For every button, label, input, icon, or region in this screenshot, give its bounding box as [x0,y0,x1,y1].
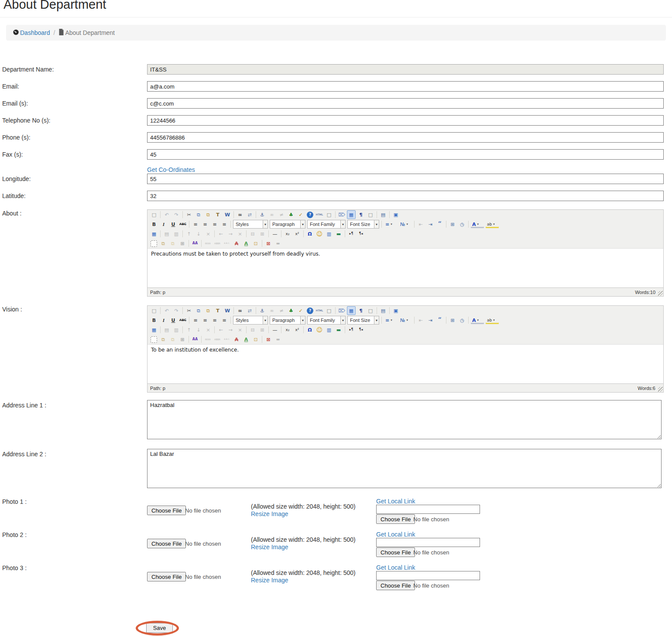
deletion-icon[interactable]: A [232,239,241,248]
paste-as-text-icon[interactable]: T [213,306,222,315]
align-justify-icon[interactable]: ≡ [220,316,229,325]
insert-table-icon[interactable]: ▦ [150,229,158,238]
photo-3-resize-image-link[interactable]: Resize Image [251,577,288,584]
deletion-icon[interactable]: A [232,335,241,344]
strikethrough-icon[interactable]: ABC [178,316,187,325]
telephone-input[interactable] [147,115,664,126]
subscript-icon[interactable]: x₂ [283,325,292,334]
visual-aid-icon[interactable]: ▦ [347,306,356,315]
photo-3-get-local-link[interactable]: Get Local Link [376,564,415,571]
advanced-hr-icon[interactable]: ▬ [334,325,343,334]
background-color-icon[interactable]: ab▾ [485,316,499,325]
insert-date-icon[interactable]: ⊞ [448,316,457,325]
rtl-icon[interactable]: ¶◂ [357,229,365,238]
cut-icon[interactable]: ✂ [185,306,193,315]
special-character-icon[interactable]: Ω [305,325,314,334]
style-properties-icon[interactable]: AA [191,239,199,248]
photo-1-choose-file-button[interactable]: Choose File [147,506,186,515]
insert-time-icon[interactable]: ◷ [458,316,466,325]
html-source-icon[interactable]: HTML [315,306,324,315]
indent-icon[interactable]: ⇥ [426,220,435,229]
preview-icon[interactable]: □ [325,210,333,219]
about-editor-content[interactable]: Precautions must be taken to protect you… [147,248,663,287]
text-color-icon[interactable]: A▾ [470,220,484,229]
insertion-icon[interactable]: A [242,239,250,248]
photo-1-local-link-input[interactable] [376,505,480,514]
bullet-list-icon[interactable]: ≡▾ [384,316,398,325]
emoticons-icon[interactable]: ☺ [315,325,324,334]
special-character-icon[interactable]: Ω [305,229,314,238]
photo-1-resize-image-link[interactable]: Resize Image [251,510,288,517]
find-icon[interactable]: ∞ [236,210,244,219]
photo-1-local-choose-file-button[interactable]: Choose File [376,514,415,524]
fullscreen-icon[interactable]: ▣ [391,210,400,219]
paste-from-word-icon[interactable]: W [223,306,232,315]
remove-formatting-icon[interactable]: ⌦ [337,210,346,219]
cleanup-code-icon[interactable]: ✓ [296,306,305,315]
copy-icon[interactable]: ⧉ [194,210,203,219]
insert-image-icon[interactable]: ♣ [287,210,295,219]
copy-icon[interactable]: ⧉ [194,306,203,315]
insert-layer-icon[interactable]: ⊞ [178,239,187,248]
insert-table-icon[interactable]: ▦ [150,325,158,334]
paste-icon[interactable]: ⧉ [204,306,213,315]
fax-input[interactable] [147,149,664,160]
photo-3-local-choose-file-button[interactable]: Choose File [376,581,415,590]
photo-2-get-local-link[interactable]: Get Local Link [376,531,415,538]
html-source-icon[interactable]: HTML [315,210,324,219]
address-line-2-textarea[interactable] [147,449,662,488]
horizontal-rule-icon[interactable]: — [271,325,279,334]
phone-input[interactable] [147,132,664,143]
insert-media-icon[interactable]: ▥ [325,229,333,238]
paragraph-select[interactable]: Paragraph▾ [270,316,305,325]
preview-page-icon[interactable]: □ [366,210,375,219]
advanced-hr-icon[interactable]: ▬ [334,229,343,238]
cleanup-code-icon[interactable]: ✓ [296,210,305,219]
cut-icon[interactable]: ✂ [185,210,193,219]
preview-page-icon[interactable]: □ [366,306,375,315]
font-family-select[interactable]: Font Family▾ [307,316,346,325]
email-input[interactable] [147,81,664,92]
indent-icon[interactable]: ⇥ [426,316,435,325]
insert-date-icon[interactable]: ⊞ [448,220,457,229]
visual-characters-icon[interactable]: ⊠ [264,239,273,248]
align-center-icon[interactable]: ≡ [201,316,209,325]
new-document-icon[interactable]: □ [150,306,158,315]
align-center-icon[interactable]: ≡ [201,220,209,229]
fullscreen-icon[interactable]: ▣ [391,306,400,315]
blockquote-icon[interactable]: “ [435,220,444,229]
department-name-input[interactable] [147,64,664,75]
anchor-icon[interactable]: ⚓ [258,306,267,315]
align-right-icon[interactable]: ≡ [210,220,219,229]
superscript-icon[interactable]: x² [293,325,302,334]
paste-from-word-icon[interactable]: W [223,210,232,219]
new-document-icon[interactable]: □ [150,210,158,219]
font-size-select[interactable]: Font Size▾ [347,220,379,229]
photo-3-local-link-input[interactable] [376,571,480,580]
align-left-icon[interactable]: ≡ [191,316,200,325]
photo-2-choose-file-button[interactable]: Choose File [147,539,186,548]
visual-characters-icon[interactable]: ⊠ [264,335,273,344]
underline-icon[interactable]: U [169,220,178,229]
longitude-input[interactable] [147,174,664,184]
show-blocks-icon[interactable]: ¶ [357,306,365,315]
help-icon[interactable]: ? [307,212,313,218]
bold-icon[interactable]: B [150,220,158,229]
visual-aid-icon[interactable]: ▦ [347,210,356,219]
move-forward-icon[interactable]: ⧉ [159,335,168,344]
insert-time-icon[interactable]: ◷ [458,220,466,229]
photo-2-local-choose-file-button[interactable]: Choose File [376,547,415,557]
resize-grip-icon[interactable] [658,387,663,392]
font-size-select[interactable]: Font Size▾ [347,316,379,325]
save-button[interactable]: Save [146,623,173,633]
text-color-icon[interactable]: A▾ [470,316,484,325]
italic-icon[interactable]: I [159,220,168,229]
find-replace-icon[interactable]: ⇄ [245,306,254,315]
photo-3-choose-file-button[interactable]: Choose File [147,572,186,581]
align-left-icon[interactable]: ≡ [191,220,200,229]
move-backward-icon[interactable]: ⧉ [168,335,177,344]
page-break-icon[interactable]: ═ [274,239,282,248]
style-properties-icon[interactable]: AA [191,335,199,344]
align-justify-icon[interactable]: ≡ [220,220,229,229]
rtl-icon[interactable]: ¶◂ [357,325,365,334]
